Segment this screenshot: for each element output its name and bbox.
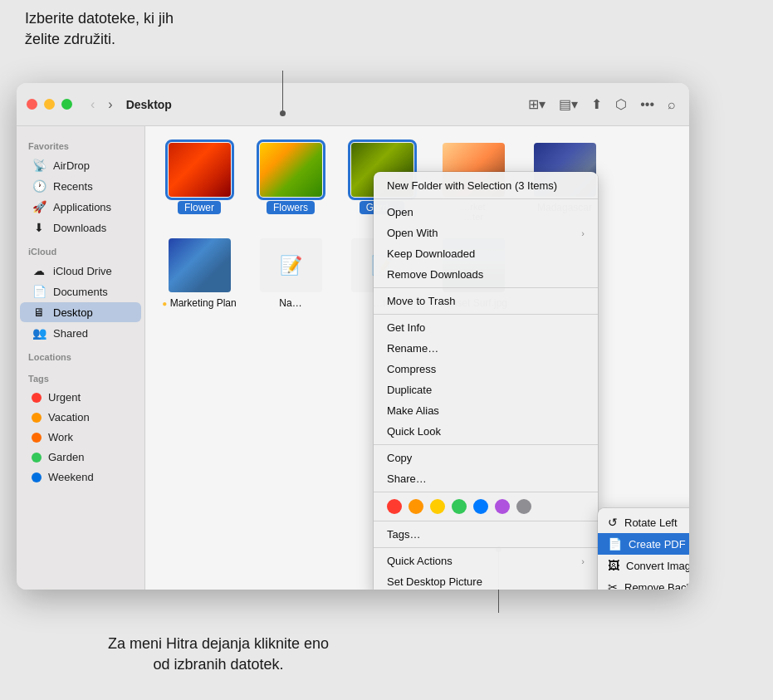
tag-purple[interactable] — [495, 499, 510, 514]
ctx-copy[interactable]: Copy — [374, 448, 598, 468]
sidebar-item-downloads[interactable]: ⬇ Downloads — [20, 218, 141, 237]
sidebar-item-weekend[interactable]: Weekend — [20, 467, 141, 487]
ctx-keep-downloaded[interactable]: Keep Downloaded — [374, 243, 598, 264]
sidebar-item-garden[interactable]: Garden — [20, 448, 141, 467]
tag-yellow[interactable] — [430, 499, 445, 514]
sidebar-item-work[interactable]: Work — [20, 428, 141, 447]
annotation-line-top — [282, 71, 283, 116]
tag-icon[interactable]: ⬡ — [612, 93, 630, 115]
annotation-bottom: Za meni Hitra dejanja kliknite eno od iz… — [108, 634, 329, 675]
ctx-quick-actions[interactable]: Quick Actions › — [374, 551, 598, 571]
file-item-flower[interactable]: Flower — [162, 143, 237, 222]
sidebar-item-documents[interactable]: 📄 Documents — [20, 281, 141, 301]
rotate-left-label: Rotate Left — [624, 516, 678, 529]
flower-badge: Flower — [178, 201, 221, 214]
ctx-move-trash[interactable]: Move to Trash — [374, 291, 598, 311]
ctx-share[interactable]: Share… — [374, 468, 598, 489]
toolbar-right: ⊞▾ ▤▾ ⬆ ⬡ ••• ⌕ — [525, 93, 679, 115]
ctx-new-folder[interactable]: New Folder with Selection (3 Items) — [374, 175, 598, 196]
quick-actions-arrow: › — [581, 556, 585, 566]
ctx-get-info[interactable]: Get Info — [374, 317, 598, 338]
sub-create-pdf[interactable]: 📄 Create PDF — [598, 533, 689, 555]
grid-view-icon[interactable]: ⊞▾ — [525, 93, 549, 115]
traffic-lights — [27, 99, 72, 110]
sidebar-item-urgent[interactable]: Urgent — [20, 388, 141, 407]
downloads-icon: ⬇ — [32, 221, 46, 234]
ctx-sep-3 — [374, 314, 598, 315]
sidebar-item-vacation[interactable]: Vacation — [20, 408, 141, 427]
ctx-open[interactable]: Open — [374, 202, 598, 223]
more-icon[interactable]: ••• — [637, 94, 658, 115]
sidebar-item-applications[interactable]: 🚀 Applications — [20, 197, 141, 217]
create-pdf-icon: 📄 — [608, 537, 622, 551]
urgent-label: Urgent — [48, 391, 81, 404]
main-area: Flower Flowers Gard… — [145, 126, 689, 590]
ctx-sep-6 — [374, 521, 598, 521]
icloud-drive-label: iCloud Drive — [53, 265, 112, 277]
desktop-icon: 🖥 — [32, 306, 46, 319]
list-view-icon[interactable]: ▤▾ — [555, 93, 581, 115]
locations-label: Locations — [17, 344, 144, 365]
garden-dot — [32, 453, 42, 463]
ctx-tags-row — [374, 495, 598, 518]
ctx-duplicate[interactable]: Duplicate — [374, 379, 598, 400]
sub-convert-image[interactable]: 🖼 Convert Image — [598, 555, 689, 576]
ctx-open-with[interactable]: Open With › — [374, 223, 598, 243]
sidebar: Favorites 📡 AirDrop 🕐 Recents 🚀 Applicat… — [17, 126, 145, 590]
sidebar-item-airdrop[interactable]: 📡 AirDrop — [20, 155, 141, 175]
minimize-button[interactable] — [44, 99, 55, 110]
ctx-make-alias[interactable]: Make Alias — [374, 400, 598, 421]
ctx-tags[interactable]: Tags… — [374, 524, 598, 545]
convert-image-label: Convert Image — [626, 560, 689, 572]
urgent-dot — [32, 393, 42, 403]
shared-icon: 👥 — [32, 326, 46, 340]
file-label-flowers: Flowers — [267, 202, 315, 213]
vacation-dot — [32, 413, 42, 423]
file-label-na: Na… — [279, 297, 301, 309]
fullscreen-button[interactable] — [61, 99, 72, 110]
tag-orange[interactable] — [409, 499, 423, 514]
sidebar-item-desktop[interactable]: 🖥 Desktop — [20, 302, 141, 322]
file-item-marketing[interactable]: ● Marketing Plan — [162, 238, 237, 309]
sidebar-item-shared[interactable]: 👥 Shared — [20, 323, 141, 343]
sub-rotate-left[interactable]: ↺ Rotate Left — [598, 512, 689, 533]
remove-background-label: Remove Background — [624, 581, 689, 590]
ctx-compress[interactable]: Compress — [374, 359, 598, 379]
ctx-quick-look[interactable]: Quick Look — [374, 421, 598, 442]
tag-gray[interactable] — [516, 499, 531, 514]
back-button[interactable]: ‹ — [86, 95, 100, 114]
sidebar-item-recents[interactable]: 🕐 Recents — [20, 176, 141, 196]
file-item-flowers[interactable]: Flowers — [253, 143, 328, 222]
finder-window: ‹ › Desktop ⊞▾ ▤▾ ⬆ ⬡ ••• ⌕ Favorites 📡 … — [17, 83, 689, 590]
file-thumb-flowers — [260, 143, 322, 197]
open-with-arrow: › — [581, 228, 585, 238]
documents-icon: 📄 — [32, 285, 46, 298]
annotation-top: Izberite datoteke, ki jih želite združit… — [25, 8, 174, 50]
window-body: Favorites 📡 AirDrop 🕐 Recents 🚀 Applicat… — [17, 126, 689, 590]
documents-label: Documents — [53, 286, 108, 298]
ctx-remove-downloads[interactable]: Remove Downloads — [374, 264, 598, 285]
nav-buttons: ‹ › — [86, 95, 118, 114]
forward-button[interactable]: › — [103, 95, 117, 114]
tags-label: Tags — [17, 365, 144, 387]
ctx-set-desktop[interactable]: Set Desktop Picture — [374, 571, 598, 590]
sub-remove-background[interactable]: ✂ Remove Background — [598, 576, 689, 590]
file-label-flower: Flower — [178, 202, 221, 213]
tag-green[interactable] — [452, 499, 467, 514]
context-menu: New Folder with Selection (3 Items) Open… — [374, 172, 598, 590]
sidebar-item-icloud-drive[interactable]: ☁ iCloud Drive — [20, 261, 141, 281]
convert-image-icon: 🖼 — [608, 559, 619, 572]
close-button[interactable] — [27, 99, 37, 110]
quick-actions-submenu: ↺ Rotate Left 📄 Create PDF 🖼 Convert Ima… — [598, 508, 689, 590]
ctx-rename[interactable]: Rename… — [374, 338, 598, 359]
tag-red[interactable] — [387, 499, 402, 514]
remove-background-icon: ✂ — [608, 580, 618, 590]
share-icon[interactable]: ⬆ — [588, 93, 605, 115]
file-label-marketing: ● Marketing Plan — [162, 297, 236, 309]
search-icon[interactable]: ⌕ — [664, 94, 679, 115]
file-item-na[interactable]: 📝 Na… — [253, 238, 328, 309]
tag-blue[interactable] — [473, 499, 488, 514]
file-thumb-marketing — [169, 238, 231, 292]
ctx-sep-4 — [374, 444, 598, 445]
create-pdf-label: Create PDF — [629, 538, 686, 551]
